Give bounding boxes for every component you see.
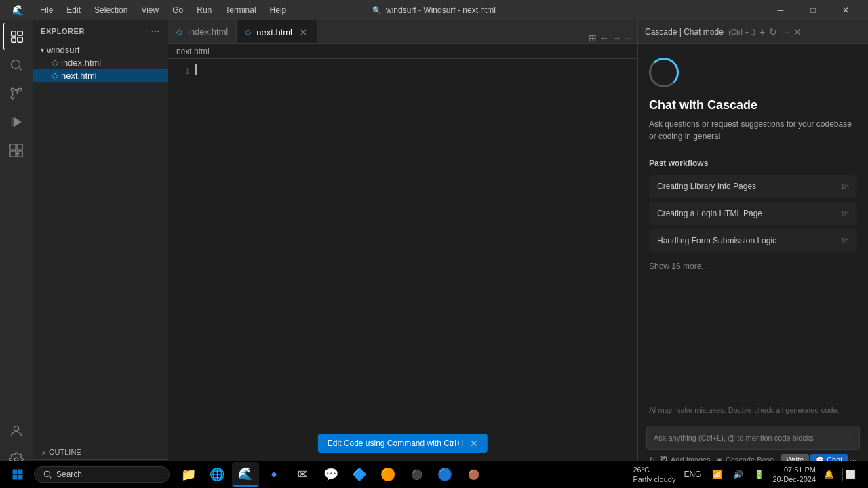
cascade-refresh-icon[interactable]: ↻ — [769, 26, 777, 37]
tab-icon-index: ◇ — [176, 27, 182, 37]
cascade-header-title: Cascade | Chat mode (Ctrl + .) — [645, 27, 755, 37]
svg-rect-13 — [10, 151, 16, 157]
taskbar-search-box[interactable]: Search — [34, 466, 170, 483]
maximize-button[interactable]: □ — [797, 0, 829, 20]
svg-rect-20 — [18, 475, 23, 480]
cascade-body: Chat with Cascade Ask questions or reque… — [638, 44, 868, 403]
tab-bar: ◇ index.html ◇ next.html ✕ ⊞ ← → ··· — [168, 20, 637, 44]
taskbar-app-edge[interactable]: 🌐 — [203, 462, 231, 487]
taskbar-app-file-explorer[interactable]: 📁 — [175, 462, 202, 487]
menu-selection[interactable]: Selection — [89, 4, 133, 16]
taskbar-app-mail[interactable]: ✉ — [289, 462, 316, 487]
taskbar-clock[interactable]: 07:51 PM 20-Dec-2024 — [772, 465, 816, 485]
taskbar-battery[interactable]: 🔋 — [751, 468, 767, 481]
workflow-item-2[interactable]: Handling Form Submission Logic 1h — [649, 229, 857, 252]
taskbar-notifications[interactable]: 🔔 — [821, 468, 837, 481]
svg-line-5 — [19, 68, 22, 70]
taskbar-app-windsurf[interactable]: 🌊 — [232, 462, 259, 487]
sidebar-header: Explorer ··· — [33, 20, 168, 42]
activity-explorer[interactable] — [3, 23, 30, 50]
split-editor-icon[interactable]: ⊞ — [589, 33, 597, 43]
taskbar-show-desktop[interactable]: ⬜ — [842, 468, 859, 481]
taskbar-app-extra5[interactable]: 🟤 — [460, 462, 487, 487]
root-folder[interactable]: ▾ windsurf — [33, 43, 168, 56]
tab-close-button[interactable]: ✕ — [298, 26, 309, 37]
ai-disclaimer: AI may make mistakes. Double-check all g… — [638, 403, 868, 420]
svg-point-21 — [44, 471, 50, 476]
line-numbers: 1 — [168, 59, 195, 473]
editor-content: 1 — [168, 59, 637, 473]
cascade-close-icon[interactable]: ✕ — [793, 26, 802, 37]
main-layout: Explorer ··· ▾ windsurf ◇ index.html ◇ n… — [0, 20, 868, 473]
tab-index[interactable]: ◇ index.html — [168, 20, 237, 43]
start-button[interactable] — [4, 462, 31, 487]
menu-edit[interactable]: Edit — [61, 4, 86, 16]
notification-text: Edit Code using Command with Ctrl+I — [328, 439, 463, 448]
taskbar-language[interactable]: ENG — [681, 468, 704, 481]
cascade-input-box[interactable]: Ask anything (Ctrl+L), @ to mention code… — [646, 426, 860, 450]
svg-rect-12 — [17, 144, 22, 150]
menu-view[interactable]: View — [136, 4, 164, 16]
svg-point-4 — [12, 60, 20, 69]
menu-terminal[interactable]: Terminal — [220, 4, 261, 16]
taskbar-network[interactable]: 📶 — [709, 468, 725, 481]
menu-bar: 🌊 File Edit Selection View Go Run Termin… — [7, 3, 292, 17]
activity-account[interactable] — [3, 418, 30, 445]
sidebar: Explorer ··· ▾ windsurf ◇ index.html ◇ n… — [33, 20, 168, 473]
editor-area: ◇ index.html ◇ next.html ✕ ⊞ ← → ··· nex… — [168, 20, 637, 473]
taskbar-date-display: 20-Dec-2024 — [772, 474, 816, 484]
workflow-label-1: Creating a Login HTML Page — [657, 209, 762, 218]
sidebar-header-actions: ··· — [151, 26, 160, 37]
menu-run[interactable]: Run — [191, 4, 217, 16]
show-more-button[interactable]: Show 16 more... — [649, 256, 857, 277]
minimize-button[interactable]: ─ — [765, 0, 796, 20]
taskbar-app-whatsapp[interactable]: 💬 — [317, 462, 344, 487]
svg-rect-1 — [12, 38, 16, 42]
activity-run-debug[interactable] — [3, 108, 30, 136]
notification-banner: Edit Code using Command with Ctrl+I ✕ — [318, 434, 488, 453]
more-actions-icon[interactable]: ··· — [624, 33, 632, 43]
notification-close-button[interactable]: ✕ — [470, 438, 478, 449]
file-item-index[interactable]: ◇ index.html — [33, 56, 168, 69]
code-editor[interactable] — [195, 59, 628, 473]
tab-icon-next: ◇ — [245, 27, 251, 37]
menu-help[interactable]: Help — [264, 4, 292, 16]
taskbar-app-extra4[interactable]: 🔵 — [431, 462, 458, 487]
taskbar-app-extra1[interactable]: 🔷 — [346, 462, 373, 487]
sidebar-more-icon[interactable]: ··· — [151, 26, 160, 37]
activity-extensions[interactable] — [3, 137, 30, 164]
navigate-back-icon[interactable]: ← — [599, 33, 609, 43]
cascade-send-icon[interactable]: ↑ — [847, 432, 852, 444]
file-label-next: next.html — [61, 70, 97, 81]
activity-search[interactable] — [3, 52, 30, 79]
taskbar-volume[interactable]: 🔊 — [730, 468, 746, 481]
editor-scrollbar[interactable] — [628, 59, 637, 473]
taskbar-app-chrome[interactable]: ● — [260, 462, 288, 487]
taskbar-search-text: Search — [56, 470, 82, 479]
tab-label-next: next.html — [256, 27, 292, 37]
tab-next[interactable]: ◇ next.html ✕ — [237, 20, 317, 43]
menu-file[interactable]: File — [35, 4, 58, 16]
workflow-item-0[interactable]: Creating Library Info Pages 1h — [649, 175, 857, 198]
svg-rect-3 — [18, 37, 22, 42]
breadcrumb-path[interactable]: next.html — [176, 47, 210, 56]
activity-source-control[interactable] — [3, 80, 30, 107]
workflow-item-1[interactable]: Creating a Login HTML Page 1h — [649, 202, 857, 225]
chevron-down-icon: ▾ — [41, 46, 44, 54]
cascade-more-icon[interactable]: ··· — [781, 26, 789, 37]
tab-actions: ⊞ ← → ··· — [583, 33, 637, 43]
taskbar-app-extra3[interactable]: ⚫ — [403, 462, 430, 487]
outline-panel[interactable]: ▷ Outline — [33, 445, 168, 459]
taskbar-weather[interactable]: 26°C Partly cloudy — [633, 465, 675, 485]
taskbar-app-extra2[interactable]: 🟠 — [374, 462, 401, 487]
file-icon-index: ◇ — [52, 58, 58, 68]
cascade-new-icon[interactable]: + — [760, 26, 765, 37]
menu-go[interactable]: Go — [167, 4, 189, 16]
cascade-input-placeholder: Ask anything (Ctrl+L), @ to mention code… — [654, 434, 814, 442]
titlebar: 🌊 File Edit Selection View Go Run Termin… — [0, 0, 868, 20]
workflow-label-0: Creating Library Info Pages — [657, 182, 756, 191]
outline-label: Outline — [49, 448, 81, 456]
close-button[interactable]: ✕ — [830, 0, 861, 20]
file-item-next[interactable]: ◇ next.html — [33, 69, 168, 82]
navigate-forward-icon[interactable]: → — [612, 33, 621, 43]
